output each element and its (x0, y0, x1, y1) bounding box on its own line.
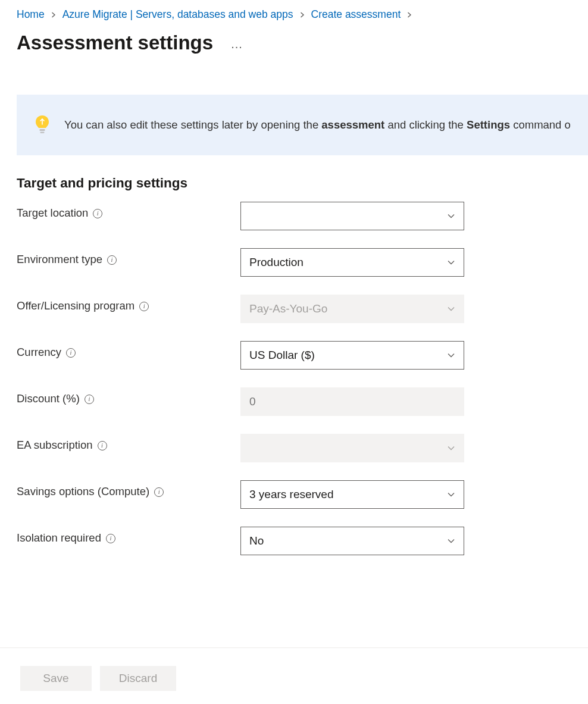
svg-rect-0 (40, 129, 45, 131)
discard-button[interactable]: Discard (100, 666, 176, 691)
row-ea-subscription: EA subscription i (17, 434, 571, 462)
info-icon[interactable]: i (85, 395, 94, 404)
breadcrumb-home[interactable]: Home (17, 8, 45, 21)
chevron-right-icon (51, 12, 57, 18)
banner-text-bold: Settings (467, 118, 510, 131)
section-target-pricing: Target and pricing settings (0, 155, 588, 202)
input-discount (240, 387, 464, 416)
chevron-down-icon (447, 212, 455, 220)
svg-rect-1 (40, 132, 45, 133)
info-icon[interactable]: i (106, 534, 115, 543)
banner-text-part: command o (510, 118, 571, 131)
dropdown-isolation-required[interactable]: No (240, 527, 464, 555)
chevron-right-icon (406, 12, 412, 18)
info-icon[interactable]: i (66, 348, 76, 358)
dropdown-value: No (249, 534, 264, 547)
label-isolation-required: Isolation required i (17, 527, 240, 545)
row-offer-licensing: Offer/Licensing program i Pay-As-You-Go (17, 295, 571, 323)
dropdown-environment-type[interactable]: Production (240, 248, 464, 277)
dropdown-ea-subscription (240, 434, 464, 462)
breadcrumb-create-assessment[interactable]: Create assessment (311, 8, 401, 21)
breadcrumb: Home Azure Migrate | Servers, databases … (0, 0, 588, 21)
label-text: Currency (17, 346, 61, 359)
dropdown-target-location[interactable] (240, 202, 464, 230)
dropdown-offer-licensing: Pay-As-You-Go (240, 295, 464, 323)
row-isolation-required: Isolation required i No (17, 527, 571, 555)
label-text: EA subscription (17, 439, 93, 452)
info-icon[interactable]: i (139, 302, 149, 311)
label-text: Environment type (17, 253, 102, 266)
breadcrumb-azure-migrate[interactable]: Azure Migrate | Servers, databases and w… (62, 8, 293, 21)
label-text: Discount (%) (17, 392, 80, 405)
footer: Save Discard (0, 647, 588, 704)
label-target-location: Target location i (17, 202, 240, 220)
chevron-down-icon (447, 351, 455, 359)
row-savings-options: Savings options (Compute) i 3 years rese… (17, 480, 571, 509)
label-savings-options: Savings options (Compute) i (17, 480, 240, 498)
info-icon[interactable]: i (98, 441, 107, 450)
info-icon[interactable]: i (107, 255, 117, 265)
chevron-down-icon (447, 258, 455, 267)
dropdown-value: Production (249, 256, 304, 269)
label-ea-subscription: EA subscription i (17, 434, 240, 452)
banner-text-part: and clicking the (384, 118, 467, 131)
dropdown-value: 3 years reserved (249, 488, 334, 501)
info-icon[interactable]: i (93, 209, 102, 218)
info-banner: You can also edit these settings later b… (17, 95, 588, 155)
dropdown-currency[interactable]: US Dollar ($) (240, 341, 464, 370)
label-currency: Currency i (17, 341, 240, 359)
form-area: Target location i Environment type i Pro… (0, 202, 588, 555)
banner-text-bold: assessment (321, 118, 384, 131)
dropdown-savings-options[interactable]: 3 years reserved (240, 480, 464, 509)
chevron-down-icon (447, 490, 455, 499)
chevron-down-icon (447, 305, 455, 313)
dropdown-value: US Dollar ($) (249, 349, 315, 362)
page-title: Assessment settings (17, 32, 213, 54)
label-text: Target location (17, 206, 88, 220)
chevron-right-icon (299, 12, 305, 18)
row-target-location: Target location i (17, 202, 571, 230)
row-discount: Discount (%) i (17, 387, 571, 416)
banner-text: You can also edit these settings later b… (64, 118, 571, 132)
row-environment-type: Environment type i Production (17, 248, 571, 277)
chevron-down-icon (447, 537, 455, 545)
label-offer-licensing: Offer/Licensing program i (17, 295, 240, 312)
label-text: Offer/Licensing program (17, 299, 135, 312)
label-text: Isolation required (17, 531, 101, 545)
lightbulb-icon (35, 115, 50, 135)
label-discount: Discount (%) i (17, 387, 240, 405)
label-text: Savings options (Compute) (17, 485, 149, 498)
save-button[interactable]: Save (20, 666, 92, 691)
row-currency: Currency i US Dollar ($) (17, 341, 571, 370)
chevron-down-icon (447, 444, 455, 452)
page-title-row: Assessment settings ··· (0, 21, 588, 54)
info-icon[interactable]: i (154, 487, 164, 497)
dropdown-value: Pay-As-You-Go (249, 302, 327, 315)
more-icon[interactable]: ··· (231, 40, 243, 54)
label-environment-type: Environment type i (17, 248, 240, 266)
banner-text-part: You can also edit these settings later b… (64, 118, 321, 131)
